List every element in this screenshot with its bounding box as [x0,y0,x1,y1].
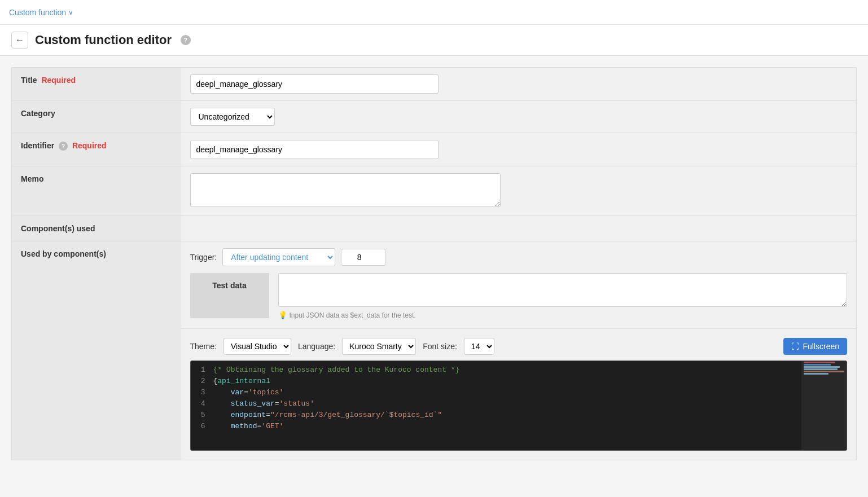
page-header: ← Custom function editor ? [0,25,868,56]
test-data-row: Test data 💡 Input JSON data as $ext_data… [190,273,848,319]
test-data-hint: 💡 Input JSON data as $ext_data for the t… [278,311,848,319]
identifier-row: Identifier ? Required [12,133,857,166]
fullscreen-label: Fullscreen [803,342,839,351]
identifier-label-cell: Identifier ? Required [12,133,181,166]
line-number: 6 [191,422,213,430]
components-used-label: Component(s) used [21,224,95,233]
identifier-input[interactable] [190,140,439,159]
category-label-cell: Category [12,101,181,133]
category-row: Category Uncategorized [12,101,857,133]
code-token: = [275,399,279,408]
line-number: 4 [191,399,213,408]
memo-row: Memo [12,166,857,216]
code-editor[interactable]: 1{* Obtaining the glossary added to the … [190,360,848,451]
trigger-row: Trigger: After updating content [190,248,848,266]
trigger-wrapper: Trigger: After updating content [181,241,857,266]
code-token: 'status' [279,399,314,408]
fullscreen-button[interactable]: ⛶ Fullscreen [783,338,847,355]
code-token: "/rcms-api/3/get_glossary/`$topics_id`" [270,411,442,419]
memo-label: Memo [21,174,43,183]
used-by-row: Used by component(s) Trigger: After upda… [12,241,857,460]
line-content: {* Obtaining the glossary added to the K… [213,366,847,374]
code-token [213,399,231,408]
form-table: Title Required Category Uncategorized Id… [11,67,857,460]
code-token: method [231,422,257,430]
editor-section: Theme: Visual Studio Language: Kuroco Sm… [181,328,857,460]
trigger-label: Trigger: [190,253,217,262]
identifier-value-cell [181,133,857,166]
category-value-cell: Uncategorized [181,101,857,133]
memo-label-cell: Memo [12,166,181,216]
code-lines: 1{* Obtaining the glossary added to the … [191,361,847,438]
code-token [213,422,231,430]
used-by-value-cell: Trigger: After updating content Test dat… [181,241,857,460]
identifier-required-badge: Required [72,141,107,150]
code-token: endpoint [231,411,266,419]
title-value-cell [181,68,857,101]
code-token: = [266,411,270,419]
theme-select[interactable]: Visual Studio [223,338,291,355]
title-label-cell: Title Required [12,68,181,101]
line-number: 3 [191,388,213,397]
code-line: 3 var='topics' [191,388,847,399]
code-token: 'GET' [261,422,283,430]
page-help-icon[interactable]: ? [181,35,191,45]
category-select[interactable]: Uncategorized [190,108,275,126]
title-required-badge: Required [41,76,76,85]
font-size-select[interactable]: 14 [464,338,494,355]
title-input[interactable] [190,74,439,94]
code-line: 4 status_var='status' [191,399,847,411]
code-token [213,411,231,419]
breadcrumb-link[interactable]: Custom function ∨ [9,8,73,17]
test-data-right: 💡 Input JSON data as $ext_data for the t… [278,273,848,319]
language-select[interactable]: Kuroco Smarty [342,338,416,355]
code-token: api_internal [217,377,270,385]
category-label: Category [21,109,55,118]
components-used-label-cell: Component(s) used [12,216,181,241]
line-content: status_var='status' [213,399,847,408]
breadcrumb-chevron: ∨ [68,8,73,16]
line-content: var='topics' [213,388,847,397]
editor-toolbar: Theme: Visual Studio Language: Kuroco Sm… [190,338,848,355]
code-token: 'topics' [248,388,283,397]
font-size-label: Font size: [423,342,457,351]
line-content: endpoint="/rcms-api/3/get_glossary/`$top… [213,411,847,419]
bulb-icon: 💡 [278,311,287,319]
line-content: {api_internal [213,377,847,385]
test-data-label: Test data [212,281,246,290]
theme-label: Theme: [190,342,217,351]
code-token: {* Obtaining the glossary added to the K… [213,366,460,374]
memo-textarea[interactable] [190,173,501,207]
components-used-value-cell [181,216,857,241]
code-token [213,388,231,397]
line-number: 5 [191,411,213,419]
line-number: 2 [191,377,213,385]
code-token: var [231,388,244,397]
used-by-label: Used by component(s) [21,249,106,258]
main-content: Title Required Category Uncategorized Id… [0,56,868,472]
memo-value-cell [181,166,857,216]
language-label: Language: [298,342,335,351]
line-content: method='GET' [213,422,847,430]
code-line: 6 method='GET' [191,422,847,433]
identifier-help-icon[interactable]: ? [59,142,68,151]
code-line: 2{api_internal [191,377,847,388]
back-button[interactable]: ← [11,32,28,49]
identifier-label: Identifier [21,141,54,150]
test-data-textarea[interactable] [278,273,848,307]
test-data-label-block: Test data [190,273,269,318]
trigger-select[interactable]: After updating content [222,248,335,266]
trigger-number-input[interactable] [341,249,386,266]
fullscreen-icon: ⛶ [791,342,799,351]
line-number: 1 [191,366,213,374]
editor-minimap [801,361,847,450]
breadcrumb-text: Custom function [9,8,66,17]
title-row: Title Required [12,68,857,101]
title-label: Title [21,76,37,85]
code-token: = [244,388,248,397]
used-by-label-cell: Used by component(s) [12,241,181,460]
top-nav: Custom function ∨ [0,0,868,25]
components-used-row: Component(s) used [12,216,857,241]
code-line: 5 endpoint="/rcms-api/3/get_glossary/`$t… [191,411,847,422]
test-data-hint-text: Input JSON data as $ext_data for the tes… [290,311,416,319]
